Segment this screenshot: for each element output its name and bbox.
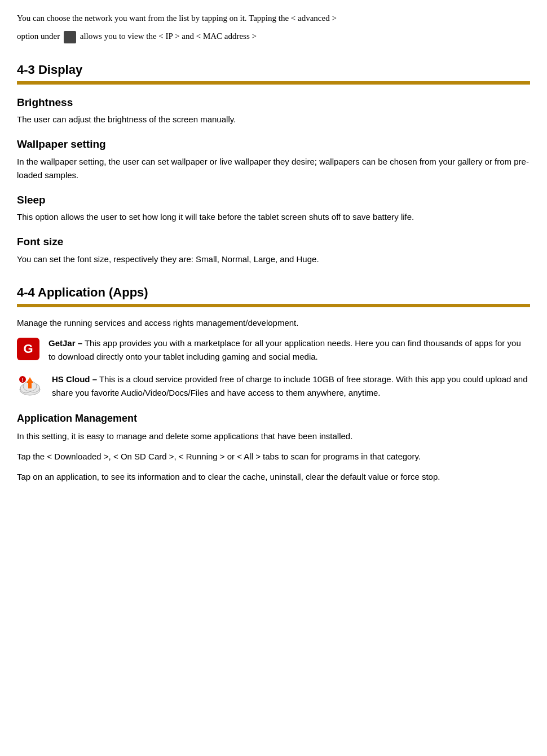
getjar-icon-container: G: [17, 338, 42, 362]
svg-text:!: !: [22, 377, 24, 383]
brightness-title: Brightness: [17, 95, 530, 111]
app-management-text1: In this setting, it is easy to manage an…: [17, 430, 530, 443]
hscloud-entry: ! HS Cloud – This is a cloud service pro…: [17, 373, 530, 400]
apps-title: 4-4 Application (Apps): [17, 283, 530, 302]
sleep-text: This option allows the user to set how l…: [17, 210, 530, 224]
fontsize-text: You can set the font size, respectively …: [17, 253, 530, 266]
apps-section: 4-4 Application (Apps) Manage the runnin…: [17, 283, 530, 484]
display-title: 4-3 Display: [17, 60, 530, 79]
brightness-subsection: Brightness The user can adjust the brigh…: [17, 95, 530, 127]
fontsize-title: Font size: [17, 234, 530, 250]
sleep-subsection: Sleep This option allows the user to set…: [17, 192, 530, 224]
hscloud-icon: !: [17, 374, 43, 397]
app-management-text3: Tap on an application, to see its inform…: [17, 470, 530, 484]
intro-line2-end: allows you to view the < IP > and < MAC …: [80, 32, 257, 41]
hscloud-description: This is a cloud service provided free of…: [52, 374, 528, 397]
intro-line2: option under allows you to view the < IP…: [17, 29, 530, 43]
wallpaper-subsection: Wallpaper setting In the wallpaper setti…: [17, 136, 530, 182]
hscloud-icon-container: !: [17, 374, 45, 399]
getjar-description: This app provides you with a marketplace…: [48, 338, 521, 361]
brightness-text: The user can adjust the brightness of th…: [17, 113, 530, 126]
app-management-title: Application Management: [17, 411, 530, 426]
hscloud-label: HS Cloud –: [52, 374, 97, 384]
intro-line1: You can choose the network you want from…: [17, 11, 530, 25]
fontsize-subsection: Font size You can set the font size, res…: [17, 234, 530, 266]
wallpaper-text: In the wallpaper setting, the user can s…: [17, 155, 530, 182]
sleep-title: Sleep: [17, 192, 530, 209]
advanced-icon: [64, 31, 76, 43]
apps-intro: Manage the running services and access r…: [17, 316, 530, 330]
getjar-label: GetJar –: [48, 338, 82, 348]
display-section: 4-3 Display Brightness The user can adju…: [17, 60, 530, 266]
app-management-subsection: Application Management In this setting, …: [17, 411, 530, 484]
hscloud-text: HS Cloud – This is a cloud service provi…: [52, 373, 530, 400]
apps-divider: [17, 304, 530, 307]
getjar-entry: G GetJar – This app provides you with a …: [17, 337, 530, 364]
getjar-text: GetJar – This app provides you with a ma…: [48, 337, 530, 364]
display-divider: [17, 81, 530, 85]
getjar-icon: G: [17, 338, 39, 360]
wallpaper-title: Wallpaper setting: [17, 136, 530, 153]
intro-line2-text: option under: [17, 32, 60, 41]
app-management-text2: Tap the < Downloaded >, < On SD Card >, …: [17, 450, 530, 463]
